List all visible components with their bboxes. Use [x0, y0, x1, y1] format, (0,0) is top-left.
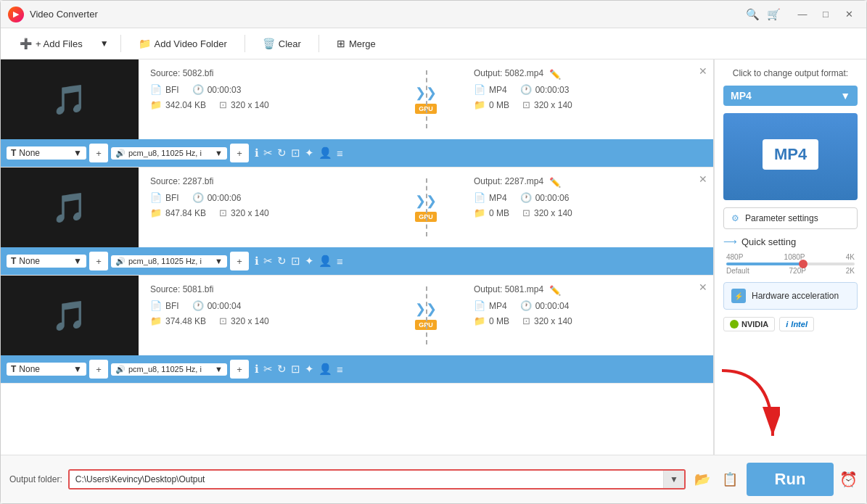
audio-select-1[interactable]: 🔊 pcm_u8, 11025 Hz, i ▼: [111, 147, 227, 160]
watermark-icon-1[interactable]: 👤: [319, 146, 332, 160]
info-icon-3[interactable]: ℹ: [255, 363, 259, 376]
crop-icon-3[interactable]: ⊡: [291, 363, 300, 376]
format-preview: MP4: [723, 113, 858, 200]
subtitle-dropdown-icon-1: ▼: [73, 148, 82, 158]
subtitle-select-1[interactable]: T None ▼: [7, 146, 86, 160]
nvidia-dot: [730, 320, 739, 329]
source-label-3: Source: 5081.bfi: [150, 284, 378, 294]
add-audio-btn-2[interactable]: +: [230, 252, 249, 270]
edit-icon-2[interactable]: ✏️: [549, 177, 561, 188]
audio-icon-1: 🔊: [115, 149, 126, 158]
crop-icon-2[interactable]: ⊡: [291, 255, 300, 268]
watermark-icon-2[interactable]: 👤: [319, 255, 332, 268]
search-icon-btn[interactable]: 🔍: [746, 8, 760, 21]
mp4-logo: MP4: [763, 139, 818, 170]
quality-labels-bottom: Default 720P 2K: [726, 267, 855, 275]
store-icon-btn[interactable]: 🛒: [767, 8, 781, 21]
format-selector[interactable]: MP4 ▼: [723, 86, 858, 106]
item-toolbar-icons-1: ℹ ✂ ↻ ⊡ ✦ 👤 ≡: [255, 146, 343, 160]
edit-icon-3[interactable]: ✏️: [549, 285, 561, 296]
file-item-3: 🎵 Source: 5081.bfi 📄BFI 🕐00:00:04 📁374.4…: [1, 276, 713, 384]
quick-setting-icon: ⟶: [723, 236, 737, 247]
subtitle-select-3[interactable]: T None ▼: [7, 363, 86, 376]
cut-icon-3[interactable]: ✂: [263, 363, 273, 376]
bottom-bar: Output folder: ▼ 📂 📋 Run ⏰: [1, 455, 866, 503]
arrow-area-1: ❯❯ GPU: [390, 59, 462, 139]
file-thumb-2: 🎵: [1, 168, 139, 247]
effects-icon-3[interactable]: ✦: [305, 363, 314, 376]
edit-icon-1[interactable]: ✏️: [549, 69, 561, 80]
file-details-2: Source: 2287.bfi 📄BFI 🕐00:00:06 📁847.84 …: [139, 168, 390, 247]
file-output-2: Output: 2287.mp4 ✏️ 📄MP4 🕐00:00:06 📁0 MB…: [462, 168, 713, 247]
add-audio-btn-3[interactable]: +: [230, 360, 249, 379]
file-item-2: 🎵 Source: 2287.bfi 📄BFI 🕐00:00:06 📁847.8…: [1, 168, 713, 276]
file-thumb-3: 🎵: [1, 276, 139, 355]
watermark-icon-3[interactable]: 👤: [319, 363, 332, 376]
quality-slider[interactable]: [726, 263, 855, 265]
audio-dropdown-icon-1: ▼: [215, 149, 223, 157]
audio-icon-3: 🔊: [115, 365, 126, 374]
param-settings-icon: ⚙: [731, 213, 739, 223]
info-icon-1[interactable]: ℹ: [255, 146, 259, 160]
add-subtitle-btn-1[interactable]: +: [89, 144, 108, 162]
app-title: Video Converter: [30, 9, 98, 20]
alarm-button[interactable]: ⏰: [839, 471, 858, 488]
rotate-icon-3[interactable]: ↻: [277, 363, 287, 376]
subtitle-dropdown-2: ▼: [73, 256, 82, 266]
close-item-1-button[interactable]: ✕: [699, 65, 707, 77]
separator-1: [120, 35, 121, 52]
audio-select-2[interactable]: 🔊 pcm_u8, 11025 Hz, i ▼: [111, 255, 227, 268]
add-audio-btn-1[interactable]: +: [230, 144, 249, 162]
add-subtitle-btn-3[interactable]: +: [89, 360, 108, 379]
file-details-3: Source: 5081.bfi 📄BFI 🕐00:00:04 📁374.48 …: [139, 276, 390, 355]
subtitle-select-2[interactable]: T None ▼: [7, 255, 86, 268]
output-folder-label: Output folder:: [9, 474, 62, 484]
audio-select-3[interactable]: 🔊 pcm_u8, 11025 Hz, i ▼: [111, 363, 227, 376]
music-icon-3: 🎵: [52, 299, 88, 333]
close-item-3-button[interactable]: ✕: [699, 281, 707, 293]
output-label-1: Output: 5082.mp4: [474, 68, 543, 78]
param-settings-label: Parameter settings: [745, 213, 818, 223]
right-panel: Click to change output format: MP4 ▼ MP4…: [714, 59, 866, 455]
hw-accel-label: Hardware acceleration: [752, 291, 839, 301]
merge-button[interactable]: ⊞ Merge: [326, 34, 386, 53]
cut-icon-1[interactable]: ✂: [263, 146, 273, 160]
output-folder-dropdown[interactable]: ▼: [663, 471, 684, 488]
separator-3: [319, 35, 319, 52]
add-files-dropdown[interactable]: ▼: [96, 35, 113, 52]
rotate-icon-2[interactable]: ↻: [277, 255, 287, 268]
maximize-button[interactable]: □: [815, 7, 836, 22]
output-label-3: Output: 5081.mp4: [474, 284, 543, 294]
cut-icon-2[interactable]: ✂: [263, 255, 273, 268]
output-folder-input[interactable]: [70, 471, 663, 488]
minimize-button[interactable]: —: [792, 7, 813, 22]
run-button[interactable]: Run: [747, 463, 834, 496]
slider-thumb[interactable]: [799, 260, 808, 268]
trash-icon: 🗑️: [263, 38, 275, 49]
add-files-button[interactable]: ➕ + Add Files: [9, 34, 93, 53]
hw-accel-button[interactable]: ⚡ Hardware acceleration: [723, 282, 858, 310]
file-item-1: 🎵 Source: 5082.bfi 📄BFI 🕐00:00:03 📁342.0…: [1, 59, 713, 168]
file-list-area: 🎵 Source: 5082.bfi 📄BFI 🕐00:00:03 📁342.0…: [1, 59, 714, 455]
add-folder-button[interactable]: 📁 Add Video Folder: [128, 34, 237, 53]
subtitle-icon-1[interactable]: ≡: [337, 147, 343, 160]
item-toolbar-2: T None ▼ + 🔊 pcm_u8, 11025 Hz, i ▼ + ℹ ✂: [1, 247, 713, 275]
subtitle-icon-2[interactable]: ≡: [337, 255, 343, 268]
separator-2: [245, 35, 245, 52]
add-subtitle-btn-2[interactable]: +: [89, 252, 108, 270]
info-icon-2[interactable]: ℹ: [255, 255, 259, 268]
arrow-area-3: ❯❯ GPU: [390, 276, 462, 355]
crop-icon-1[interactable]: ⊡: [291, 146, 300, 160]
clear-button[interactable]: 🗑️ Clear: [252, 34, 311, 53]
preview-button[interactable]: 📋: [719, 468, 741, 490]
param-settings-button[interactable]: ⚙ Parameter settings: [723, 207, 858, 229]
format-label: Click to change output format:: [723, 68, 858, 78]
effects-icon-1[interactable]: ✦: [305, 146, 314, 160]
close-button[interactable]: ✕: [839, 7, 859, 22]
open-folder-button[interactable]: 📂: [691, 468, 713, 490]
item-toolbar-icons-2: ℹ ✂ ↻ ⊡ ✦ 👤 ≡: [255, 255, 343, 268]
effects-icon-2[interactable]: ✦: [305, 255, 314, 268]
rotate-icon-1[interactable]: ↻: [277, 146, 287, 160]
close-item-2-button[interactable]: ✕: [699, 173, 707, 185]
subtitle-icon-3[interactable]: ≡: [337, 363, 343, 376]
